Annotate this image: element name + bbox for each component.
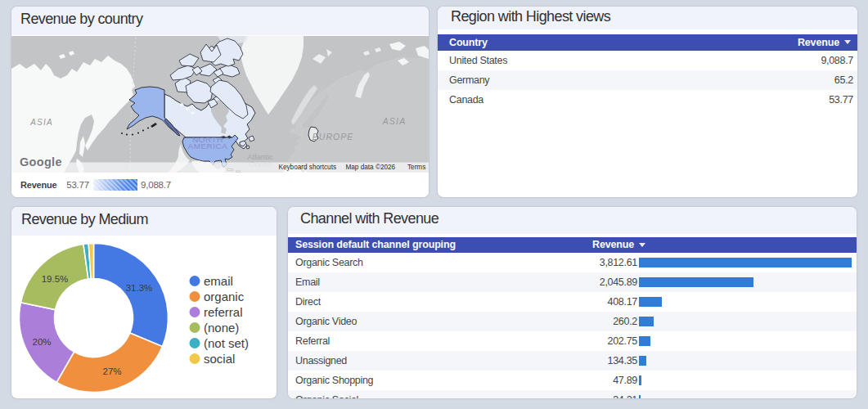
svg-text:(not set): (not set)	[204, 336, 249, 350]
svg-text:(none): (none)	[204, 321, 239, 335]
svg-text:AMERICA: AMERICA	[188, 142, 228, 151]
svg-text:Terms: Terms	[407, 164, 425, 171]
svg-text:referral: referral	[204, 305, 243, 319]
svg-text:ASIA: ASIA	[29, 118, 53, 127]
svg-text:EUROPE: EUROPE	[313, 132, 353, 142]
svg-text:Google: Google	[20, 155, 62, 169]
svg-text:Keyboard shortcuts: Keyboard shortcuts	[279, 164, 337, 171]
svg-text:27%: 27%	[102, 366, 121, 376]
svg-text:19.5%: 19.5%	[42, 274, 69, 284]
svg-text:organic: organic	[204, 290, 245, 303]
svg-text:ASIA: ASIA	[382, 116, 407, 126]
svg-text:20%: 20%	[32, 337, 51, 347]
svg-text:Map data ©2026: Map data ©2026	[346, 164, 396, 171]
svg-text:email: email	[204, 274, 233, 288]
svg-text:social: social	[204, 352, 235, 366]
svg-text:31.3%: 31.3%	[126, 283, 153, 293]
